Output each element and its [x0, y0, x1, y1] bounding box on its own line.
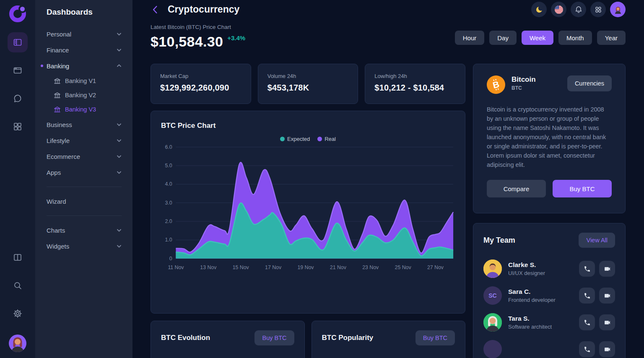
stat-label: Market Cap [160, 73, 242, 79]
bell-icon[interactable] [571, 2, 586, 17]
buy-btc-button-btc-popularity[interactable]: Buy BTC [415, 330, 455, 345]
sidebar-item-widgets[interactable]: Widgets [47, 238, 122, 254]
app-logo[interactable] [9, 5, 26, 22]
svg-text:11 Nov: 11 Nov [168, 265, 184, 270]
sidebar-subitem-banking-v2[interactable]: Banking V2 [47, 88, 122, 102]
range-button-hour[interactable]: Hour [455, 31, 485, 45]
chevron-down-icon [117, 154, 122, 159]
btc-price-chart-svg: 6.05.04.03.02.01.0011 Nov13 Nov15 Nov17 … [161, 143, 455, 272]
svg-text:13 Nov: 13 Nov [200, 265, 217, 270]
chevron-down-icon [117, 138, 122, 143]
bottom-card-btc-popularity: BTC Popularity Buy BTC [312, 321, 466, 358]
view-all-button[interactable]: View All [579, 233, 615, 248]
range-button-month[interactable]: Month [558, 31, 592, 45]
sidebar-subitem-banking-v1[interactable]: Banking V1 [47, 74, 122, 88]
legend-dot [280, 137, 285, 141]
team-member-row-clarke-s: Clarke S. UI/UX designer [483, 255, 615, 282]
sidebar-layout-icon[interactable] [8, 32, 28, 52]
avatar [483, 259, 502, 278]
sidebar-item-label: Banking [47, 62, 69, 70]
compare-button[interactable]: Compare [487, 180, 546, 197]
sidebar-divider [47, 187, 122, 187]
my-team-card: My Team View All Clarke S. UI/UX designe… [473, 223, 626, 358]
chat-icon[interactable] [8, 88, 28, 109]
sidebar-item-apps[interactable]: Apps [47, 164, 122, 180]
bitcoin-description: Bitcoin is a cryptocurrency invented in … [487, 105, 612, 169]
video-call-button[interactable] [599, 314, 615, 330]
video-icon [604, 319, 611, 326]
sidebar-item-charts[interactable]: Charts [47, 222, 122, 238]
team-list: Clarke S. UI/UX designer SC Sara C. Fron… [483, 255, 615, 358]
video-icon [604, 292, 611, 299]
buy-btc-button[interactable]: Buy BTC [553, 180, 612, 197]
window-icon[interactable] [8, 60, 28, 80]
range-button-year[interactable]: Year [597, 31, 626, 45]
sidebar-item-label: Charts [47, 227, 65, 234]
stat-value: $453,178K [267, 83, 349, 93]
btc-price-chart-card: BTC Price Chart ExpectedReal 6.05.04.03.… [151, 111, 465, 314]
chevron-down-icon [117, 170, 122, 175]
video-call-button[interactable] [599, 261, 615, 277]
sidebar-subitem-banking-v3[interactable]: Banking V3 [47, 102, 122, 117]
svg-text:27 Nov: 27 Nov [427, 265, 444, 270]
legend-item-real: Real [317, 136, 336, 142]
sidebar-item-wizard[interactable]: Wizard [47, 193, 122, 209]
user-avatar[interactable] [610, 2, 626, 17]
grid-icon[interactable] [8, 117, 28, 137]
active-dot [41, 65, 43, 67]
chart-legend: ExpectedReal [161, 136, 455, 142]
video-call-button[interactable] [599, 288, 615, 304]
sidebar-item-ecommerce[interactable]: Ecommerce [47, 148, 122, 164]
video-call-button[interactable] [599, 341, 615, 357]
phone-icon [584, 265, 591, 272]
sidebar-items: PersonalFinanceBankingBanking V1Banking … [47, 26, 122, 180]
sidebar-title: Dashboards [47, 8, 122, 17]
apps-icon[interactable] [590, 2, 606, 17]
rail-avatar[interactable] [9, 335, 26, 352]
sidebar-item-personal[interactable]: Personal [47, 26, 122, 42]
svg-text:17 Nov: 17 Nov [265, 265, 282, 270]
phone-icon [584, 292, 591, 299]
call-button[interactable] [579, 261, 595, 277]
gear-icon[interactable] [8, 304, 28, 324]
svg-text:2.0: 2.0 [165, 218, 172, 224]
columns-icon[interactable] [8, 247, 28, 267]
call-button[interactable] [579, 288, 595, 304]
btc-price-chart: 6.05.04.03.02.01.0011 Nov13 Nov15 Nov17 … [161, 143, 455, 272]
sidebar-item-label: Business [47, 121, 72, 128]
sidebar-item-lifestyle[interactable]: Lifestyle [47, 132, 122, 148]
video-icon [604, 346, 611, 353]
sidebar-item-business[interactable]: Business [47, 117, 122, 132]
member-role: Software architect [508, 324, 552, 330]
range-button-week[interactable]: Week [522, 31, 553, 45]
chart-title: BTC Price Chart [161, 122, 455, 130]
us-flag-icon[interactable] [551, 2, 566, 17]
legend-label: Expected [287, 136, 310, 142]
svg-text:3.0: 3.0 [165, 200, 172, 206]
currencies-button[interactable]: Currencies [567, 75, 612, 91]
chevron-down-icon [117, 47, 122, 52]
moon-icon[interactable] [531, 2, 547, 17]
bottom-card-title: BTC Popularity [322, 334, 374, 342]
buy-btc-button-btc-evolution[interactable]: Buy BTC [254, 330, 294, 345]
team-member-row-sara-c: SC Sara C. Frontend developer [483, 282, 615, 309]
coin-symbol: BTC [512, 85, 536, 91]
sidebar-item-banking[interactable]: Banking [47, 58, 122, 74]
sidebar-tertiary: ChartsWidgets [47, 222, 122, 254]
overview-row: Latest Bitcoin (BTC) Price Chart $10,584… [151, 24, 626, 50]
back-button[interactable] [151, 5, 160, 15]
chevron-down-icon [117, 244, 122, 249]
btc-price: $10,584.30 [151, 34, 223, 50]
svg-text:6.0: 6.0 [165, 144, 172, 150]
call-button[interactable] [579, 314, 595, 330]
video-icon [604, 265, 611, 272]
legend-label: Real [325, 136, 336, 142]
range-button-day[interactable]: Day [489, 31, 517, 45]
sidebar-item-finance[interactable]: Finance [47, 42, 122, 58]
team-member-row-tara-s: Tara S. Software architect [483, 309, 615, 336]
avatar [483, 340, 502, 358]
coin-name: Bitcoin [512, 75, 536, 84]
search-icon[interactable] [8, 275, 28, 296]
call-button[interactable] [579, 341, 595, 357]
member-name: Tara S. [508, 315, 552, 322]
